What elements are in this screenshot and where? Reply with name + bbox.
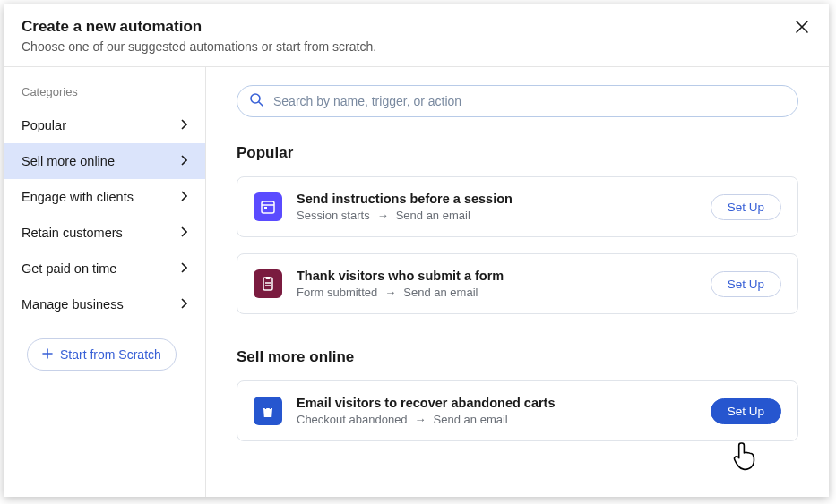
card-trigger: Checkout abandoned <box>297 413 408 426</box>
sidebar-item-paid[interactable]: Get paid on time <box>4 251 205 286</box>
main-content: Popular Send instructions before a sessi… <box>206 67 829 497</box>
calendar-icon <box>254 192 282 221</box>
modal-header: Create a new automation Choose one of ou… <box>4 4 829 67</box>
card-subtitle: Checkout abandoned → Send an email <box>297 413 696 426</box>
automation-modal: Create a new automation Choose one of ou… <box>4 4 829 497</box>
sidebar-item-popular[interactable]: Popular <box>4 107 205 143</box>
sidebar-item-label: Manage business <box>22 297 124 312</box>
sidebar-item-label: Sell more online <box>22 154 115 168</box>
sidebar-item-sell-online[interactable]: Sell more online <box>4 143 205 179</box>
chevron-right-icon <box>180 226 187 240</box>
card-subtitle: Session starts → Send an email <box>297 209 696 222</box>
search-input[interactable] <box>237 85 798 117</box>
arrow-right-icon: → <box>377 209 389 222</box>
shopping-bag-icon <box>254 397 282 425</box>
setup-button[interactable]: Set Up <box>711 194 781 220</box>
svg-rect-2 <box>264 207 267 209</box>
sidebar-item-label: Retain customers <box>22 226 123 240</box>
plus-icon <box>42 347 53 362</box>
chevron-right-icon <box>180 261 187 276</box>
sidebar-heading: Categories <box>4 81 205 107</box>
card-title: Thank visitors who submit a form <box>297 269 696 283</box>
modal-body: Categories Popular Sell more online Enga… <box>4 67 829 497</box>
chevron-right-icon <box>180 190 187 204</box>
start-from-scratch-button[interactable]: Start from Scratch <box>27 338 177 371</box>
card-body: Send instructions before a session Sessi… <box>297 192 696 222</box>
automation-card: Send instructions before a session Sessi… <box>237 176 798 237</box>
card-trigger: Form submitted <box>297 286 377 299</box>
search-icon <box>249 92 263 110</box>
sidebar-item-manage[interactable]: Manage business <box>4 286 205 322</box>
svg-rect-1 <box>262 201 274 213</box>
card-body: Email visitors to recover abandoned cart… <box>297 396 696 426</box>
chevron-right-icon <box>180 118 187 132</box>
sidebar-item-retain[interactable]: Retain customers <box>4 215 205 251</box>
arrow-right-icon: → <box>384 286 396 299</box>
chevron-right-icon <box>180 154 187 168</box>
sidebar-item-label: Engage with clients <box>22 190 134 204</box>
card-title: Email visitors to recover abandoned cart… <box>297 396 696 410</box>
scratch-label: Start from Scratch <box>60 347 161 362</box>
sidebar-item-label: Get paid on time <box>22 261 116 276</box>
card-trigger: Session starts <box>297 209 370 222</box>
card-body: Thank visitors who submit a form Form su… <box>297 269 696 299</box>
automation-card: Thank visitors who submit a form Form su… <box>237 253 798 314</box>
modal-subtitle: Choose one of our suggested automations … <box>22 39 811 54</box>
automation-card: Email visitors to recover abandoned cart… <box>237 380 798 441</box>
svg-rect-4 <box>266 277 271 279</box>
card-action: Send an email <box>434 413 508 426</box>
clipboard-icon <box>254 269 282 298</box>
svg-rect-3 <box>263 278 272 290</box>
chevron-right-icon <box>180 297 187 312</box>
section-title-popular: Popular <box>237 144 798 162</box>
modal-title: Create a new automation <box>22 18 811 36</box>
card-subtitle: Form submitted → Send an email <box>297 286 696 299</box>
close-button[interactable] <box>791 16 813 38</box>
setup-button[interactable]: Set Up <box>711 398 781 424</box>
card-title: Send instructions before a session <box>297 192 696 206</box>
arrow-right-icon: → <box>415 413 427 426</box>
card-action: Send an email <box>396 209 470 222</box>
close-icon <box>795 20 809 34</box>
section-title-sell-online: Sell more online <box>237 348 798 366</box>
sidebar-item-engage[interactable]: Engage with clients <box>4 179 205 215</box>
card-action: Send an email <box>403 286 478 299</box>
sidebar-item-label: Popular <box>22 118 66 132</box>
setup-button[interactable]: Set Up <box>711 271 781 297</box>
search-container <box>237 85 798 117</box>
sidebar: Categories Popular Sell more online Enga… <box>4 67 206 497</box>
